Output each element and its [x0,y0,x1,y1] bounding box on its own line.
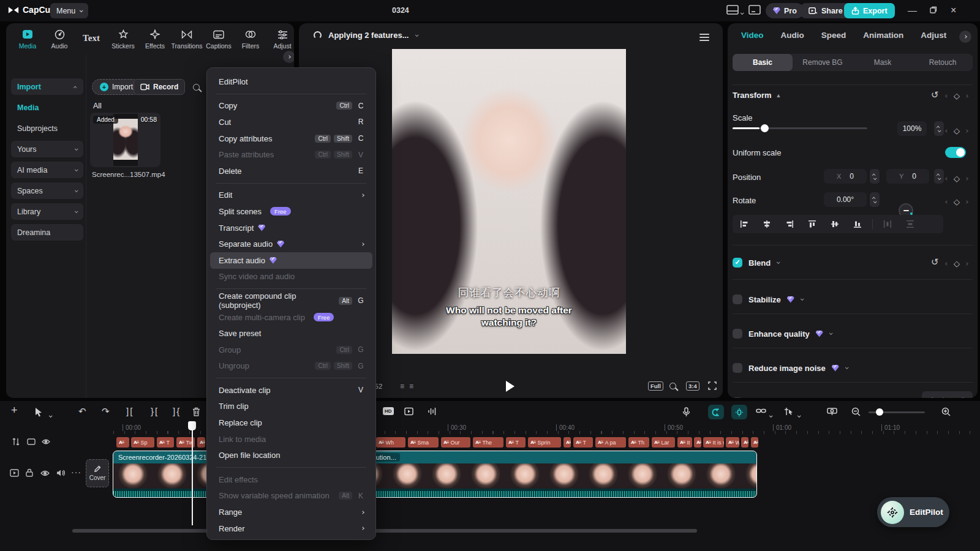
position-keyframe-controls[interactable]: ◇ [946,174,968,182]
voiceover-mic-icon[interactable] [682,407,690,417]
scale-keyframe-controls[interactable]: ◇ [946,127,968,135]
scale-stepper[interactable] [934,121,944,136]
feature-chevron-icon[interactable] [801,297,804,301]
audio-wave-icon[interactable] [428,407,437,416]
magnet-snap-icon[interactable] [708,405,724,419]
props-tab-speed[interactable]: Speed [821,31,846,40]
menu-item-extract-audio[interactable]: Extract audio [210,252,372,269]
timeline-scrollbar[interactable] [72,529,697,533]
sidebar-item-media[interactable]: Media [11,99,83,116]
scale-slider-knob[interactable] [761,124,769,132]
search-icon[interactable] [193,84,200,91]
align-middle-icon[interactable] [831,220,839,228]
sidebar-item-library[interactable]: Library [11,203,83,220]
redo-icon[interactable]: ↷ [102,407,110,416]
text-clip[interactable]: A≡ Sma [408,437,439,448]
rotate-value-field[interactable]: 0.00° [824,192,867,207]
text-clip[interactable]: A≡ Sprin [528,437,561,448]
pro-button[interactable]: Pro [766,3,804,18]
video-track-visibility-icon[interactable] [40,470,50,477]
text-clip[interactable]: A≡ The [473,437,503,448]
blend-checkbox[interactable] [733,258,742,268]
sidebar-item-dreamina[interactable]: Dreamina [11,224,83,241]
apply-to-all-button[interactable]: Apply to all [922,391,973,398]
trim-right-icon[interactable]: ]{ [173,407,181,416]
select-tool-chevron-icon[interactable] [49,411,51,419]
editpilot-floating-button[interactable]: EditPilot [877,497,949,527]
text-clip[interactable]: A≡ [751,437,758,448]
feature-checkbox[interactable] [733,363,742,373]
menu-item-trim-clip[interactable]: Trim clip [210,399,372,415]
frames-view-icon[interactable]: ≡ [400,382,404,391]
text-clip[interactable]: A≡ Lar [652,437,675,448]
text-clip[interactable]: A≡ Sp [131,437,154,448]
align-center-h-icon[interactable] [763,220,771,228]
text-clip[interactable]: A≡ [116,437,129,448]
sidebar-item-yours[interactable]: Yours [11,141,83,157]
text-clip[interactable]: A≡ [564,437,571,448]
menu-item-copy[interactable]: Copy Ctrl C [210,98,372,114]
frames-view-icon-2[interactable]: ≡ [409,382,413,391]
layout-chevron-icon[interactable] [741,8,743,17]
link-clips-icon[interactable] [756,407,766,414]
play-button[interactable] [506,381,514,392]
share-button[interactable]: Share [801,3,850,18]
undo-icon[interactable]: ↶ [78,407,86,416]
props-tab-adjust[interactable]: Adjust [921,31,946,40]
props-tab-video[interactable]: Video [741,31,764,40]
align-top-icon[interactable] [808,220,816,228]
feature-chevron-icon[interactable] [845,365,849,369]
uniform-scale-toggle[interactable] [945,147,966,158]
props-tab-audio[interactable]: Audio [781,31,804,40]
preview-axis-icon[interactable] [827,407,837,416]
split-icon[interactable]: ][ [126,407,134,416]
position-x-stepper[interactable] [870,169,880,184]
media-item-card[interactable]: Added 00:58 [90,113,160,167]
maximize-button[interactable] [930,6,937,13]
text-clip[interactable]: A≡ T [157,437,174,448]
text-clip[interactable]: A≡ [197,437,205,448]
video-preview[interactable]: 同谁看了会不心动啊 Who will not be moved after wa… [392,49,626,354]
text-clip[interactable]: A≡ Wh [726,437,739,448]
tab-media[interactable]: Media [12,29,43,50]
tab-text[interactable]: Text [76,32,107,46]
text-clip[interactable]: A≡ Wh [376,437,405,448]
position-y-stepper[interactable] [934,169,944,184]
position-y-field[interactable]: Y 0 [886,169,929,184]
position-x-field[interactable]: X 0 [824,169,867,184]
zoom-out-icon[interactable] [851,407,861,416]
menu-item-split-scenes[interactable]: Split scenes Free [210,203,372,220]
layout-panels-icon[interactable] [726,5,739,15]
tab-filters[interactable]: Filters [235,29,266,50]
menu-item-replace-clip[interactable]: Replace clip [210,414,372,431]
video-track-more-icon[interactable]: ··· [71,467,81,477]
scale-value-field[interactable]: 100% [897,121,927,136]
menu-item-delete[interactable]: Delete E [210,163,372,179]
text-clip[interactable]: A≡ [694,437,701,448]
menu-item-cut[interactable]: Cut R [210,114,372,130]
menu-item-range[interactable]: Range [210,504,372,520]
transform-reset-icon[interactable]: ↺ [931,90,939,99]
fullscreen-icon[interactable] [708,381,717,390]
blend-reset-icon[interactable]: ↺ [931,257,939,266]
text-clip[interactable]: A≡ T [573,437,593,448]
sidebar-item-import[interactable]: Import [11,78,83,95]
sidebar-item-subprojects[interactable]: Subprojects [11,120,83,137]
full-preview-button[interactable]: Full [648,381,663,391]
select-tool-icon[interactable] [34,407,43,417]
text-clip[interactable]: A≡ T [506,437,526,448]
props-tabs-expand-button[interactable] [959,31,971,43]
props-tab-animation[interactable]: Animation [863,31,903,40]
record-button[interactable]: Record [134,79,185,95]
subtab-mask[interactable]: Mask [853,54,913,71]
auto-snap-icon[interactable] [731,405,747,419]
tab-transitions[interactable]: Transitions [172,29,202,50]
timeline-zoom-slider[interactable] [869,411,925,413]
text-clip[interactable]: A≡ It is v [703,437,724,448]
tabs-expand-button[interactable] [283,51,294,63]
link-chevron-icon[interactable] [769,411,772,419]
aspect-ratio-button[interactable]: 3:4 [686,381,699,391]
timeline-zoom-knob[interactable] [876,408,883,416]
text-clip[interactable]: A≡ A pa [595,437,626,448]
delete-icon[interactable] [192,407,200,416]
